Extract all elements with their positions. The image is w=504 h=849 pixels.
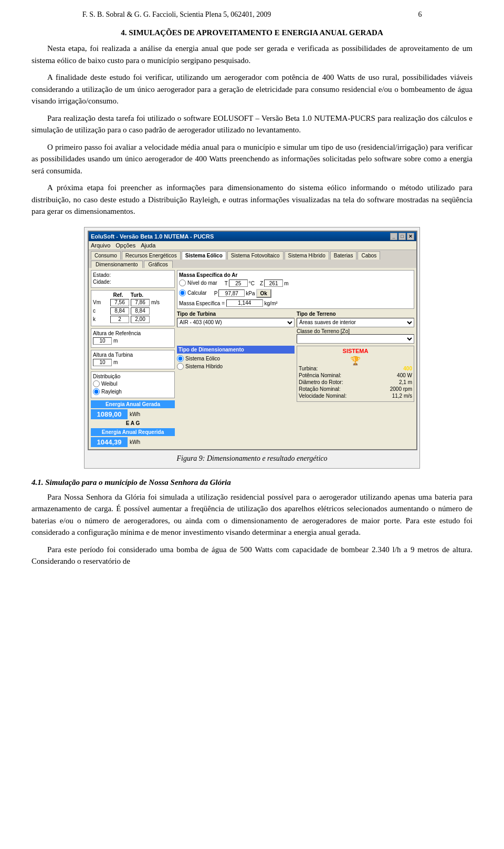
close-button[interactable]: ✕: [407, 233, 414, 240]
calcular-radio[interactable]: [179, 289, 186, 296]
sistema-hibrido-radio-row[interactable]: Sistema Híbrido: [177, 363, 295, 370]
altura-ref-group: Altura de Referência m: [91, 328, 175, 348]
page-header: F. S. B. Sobral & G. G. Faccioli, Scient…: [32, 11, 472, 19]
altura-turbina-label: Altura da Turbina: [93, 352, 173, 358]
menu-ajuda[interactable]: Ajuda: [141, 242, 155, 249]
c-turb-input[interactable]: [131, 307, 150, 315]
tipo-dimensionamento-group: Tipo de Dimensionamento Sistema Eólico S…: [177, 346, 295, 402]
p-input[interactable]: [218, 289, 245, 297]
c-ref-input[interactable]: [110, 307, 129, 315]
location-group: Estado: Cidade:: [91, 270, 175, 288]
classe-terreno-select[interactable]: [297, 334, 414, 344]
tab-sistema-hibrido[interactable]: Sistema Híbrido: [285, 251, 329, 260]
tipo-terreno-label: Tipo de Terreno: [297, 311, 414, 317]
energia-gerada-label: Energia Anual Gerada: [91, 400, 175, 408]
menu-opcoes[interactable]: Opções: [116, 242, 135, 249]
potencia-row: Potência Nominal: 400 W: [299, 372, 412, 378]
t-input[interactable]: [229, 279, 248, 287]
vm-ref-input[interactable]: [110, 299, 129, 306]
p-unit: kPa: [246, 291, 255, 296]
menu-arquivo[interactable]: Arquivo: [91, 242, 110, 249]
tab-baterias[interactable]: Baterias: [330, 251, 357, 260]
distribuicao-label: Distribuição: [93, 374, 173, 379]
top-tabs[interactable]: Consumo Recursos Energéticos Sistema Eól…: [89, 250, 416, 260]
calcular-radio-row[interactable]: Calcular: [179, 289, 207, 296]
tipo-terreno-select[interactable]: Áreas suaves de interior: [297, 318, 414, 327]
energia-requerida-unit: kWh: [130, 439, 140, 445]
figure-9: EoluSoft - Versão Beta 1.0 NUTEMA - PUCR…: [84, 227, 420, 469]
sistema-hibrido-label: Sistema Híbrido: [185, 364, 223, 369]
eag-label: E A G: [91, 420, 175, 426]
tipo-turbina-select[interactable]: AIR - 403 (400 W): [177, 318, 295, 327]
sistema-hibrido-radio[interactable]: [177, 363, 184, 370]
weibul-radio[interactable]: [93, 380, 100, 387]
cidade-row: Cidade:: [93, 279, 173, 285]
rayleigh-radio-row[interactable]: Rayleigh: [93, 388, 173, 395]
section-4-paragraph-2: A finalidade deste estudo foi verificar,…: [32, 71, 472, 107]
tipo-terreno-group: Tipo de Terreno Áreas suaves de interior…: [297, 311, 414, 344]
vm-label: Vm: [93, 299, 109, 305]
massa-result-row: Massa Específica = kg/m²: [179, 299, 412, 307]
maximize-button[interactable]: □: [398, 233, 406, 240]
sistema-eolico-radio-row[interactable]: Sistema Eólico: [177, 355, 295, 362]
weibul-radio-row[interactable]: Weibul: [93, 380, 173, 387]
z-input[interactable]: [264, 279, 283, 287]
velocidade-label: Velocidade Nominal:: [299, 393, 346, 399]
tab-sistema-eolico[interactable]: Sistema Eólico: [182, 251, 226, 260]
rayleigh-radio[interactable]: [93, 388, 100, 395]
massa-result-input[interactable]: [226, 299, 263, 307]
z-unit: m: [284, 281, 288, 286]
left-panel: Estado: Cidade: Ref. Turb. Vm: [91, 270, 175, 447]
energia-requerida-value: 1044,39: [91, 437, 128, 447]
section-4-paragraph-4: O primeiro passo foi avaliar a velocidad…: [32, 141, 472, 177]
tab-recursos[interactable]: Recursos Energéticos: [122, 251, 181, 260]
minimize-button[interactable]: _: [390, 233, 397, 240]
section-4-paragraph-1: Nesta etapa, foi realizada a análise da …: [32, 43, 472, 66]
altura-ref-unit: m: [113, 338, 118, 344]
turbine-icon: 🏆: [299, 356, 412, 366]
energia-gerada-value: 1089,00: [91, 409, 128, 419]
altura-ref-label: Altura de Referência: [93, 330, 173, 336]
vm-row: Vm m/s: [93, 299, 173, 306]
rotacao-value: 2000 rpm: [390, 386, 412, 392]
k-turb-input[interactable]: [131, 316, 150, 323]
k-label: k: [93, 316, 109, 322]
nivel-mar-radio[interactable]: [179, 279, 186, 286]
menu-bar[interactable]: Arquivo Opções Ajuda: [89, 241, 416, 250]
massa-especifica-title: Massa Específica do Ar: [179, 272, 412, 278]
rotacao-row: Rotação Nominal: 2000 rpm: [299, 386, 412, 392]
sistema-box: SISTEMA 🏆 Turbina: 400 Potência Nominal:…: [297, 346, 414, 402]
sistema-eolico-radio[interactable]: [177, 355, 184, 362]
energia-gerada-group: Energia Anual Gerada 1089,00 kWh E A G: [91, 400, 175, 426]
tab-cabos[interactable]: Cabos: [358, 251, 380, 260]
k-row: k: [93, 316, 173, 323]
potencia-label: Potência Nominal:: [299, 372, 341, 378]
rotacao-label: Rotação Nominal:: [299, 386, 340, 392]
k-ref-input[interactable]: [110, 316, 129, 323]
tab-consumo[interactable]: Consumo: [91, 251, 121, 260]
sistema-group: SISTEMA 🏆 Turbina: 400 Potência Nominal:…: [297, 346, 414, 402]
altura-ref-input[interactable]: [93, 337, 112, 345]
software-content: Estado: Cidade: Ref. Turb. Vm: [89, 268, 416, 449]
t-label: T: [225, 281, 228, 286]
ok-button[interactable]: Ok: [256, 289, 271, 298]
cidade-label: Cidade:: [93, 279, 111, 285]
section-4-title: 4. SIMULAÇÕES DE APROVEITAMENTO E ENERGI…: [32, 28, 472, 37]
wind-params-group: Ref. Turb. Vm m/s c k: [91, 290, 175, 326]
vm-turb-input[interactable]: [131, 299, 150, 306]
altura-turbina-input[interactable]: [93, 359, 112, 366]
tab-dimensionamento[interactable]: Dimensionamento: [91, 261, 143, 268]
altura-turbina-group: Altura da Turbina m: [91, 350, 175, 369]
nivel-mar-radio-row[interactable]: Nível do mar: [179, 279, 217, 286]
massa-result-label: Massa Específica =: [179, 300, 225, 306]
window-controls[interactable]: _ □ ✕: [390, 233, 414, 240]
software-title: EoluSoft - Versão Beta 1.0 NUTEMA - PUCR…: [91, 233, 214, 240]
diametro-row: Diâmetro do Rotor: 2,1 m: [299, 379, 412, 385]
tab-sistema-fotovoltaico[interactable]: Sistema Fotovoltaico: [227, 251, 284, 260]
velocidade-row: Velocidade Nominal: 11,2 m/s: [299, 393, 412, 399]
diametro-label: Diâmetro do Rotor:: [299, 379, 343, 385]
tab-graficos[interactable]: Gráficos: [144, 261, 173, 268]
energia-requerida-group: Energia Anual Requerida 1044,39 kWh: [91, 428, 175, 447]
altura-turbina-unit: m: [113, 359, 118, 365]
software-window[interactable]: EoluSoft - Versão Beta 1.0 NUTEMA - PUCR…: [88, 231, 417, 450]
